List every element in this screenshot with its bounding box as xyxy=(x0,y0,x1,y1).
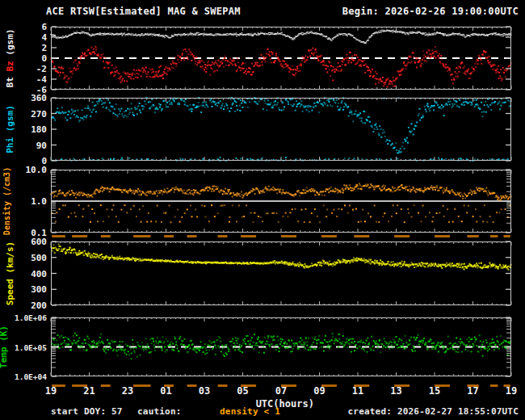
panel-phi: 360270180900Phi (gsm) xyxy=(5,93,511,166)
caution-marker xyxy=(281,235,296,237)
caution-marker xyxy=(72,235,87,237)
caution-marker xyxy=(101,384,111,387)
panel-density: 10.01.00.1Density (/cm3) xyxy=(2,165,512,238)
caution-markers-strip-2 xyxy=(52,384,510,387)
x-tick-label: 11 xyxy=(352,385,363,397)
x-tick-label: 05 xyxy=(237,385,248,397)
caution-marker xyxy=(490,384,498,387)
y-tick-label: 1.0E+06 xyxy=(15,313,47,322)
series-bz xyxy=(50,46,512,88)
caution-marker xyxy=(281,384,296,387)
y-tick-label: -2 xyxy=(36,64,47,74)
y-tick-label: -4 xyxy=(36,74,48,85)
caution-markers-strip-1 xyxy=(52,235,510,237)
caution-label: caution: xyxy=(137,406,182,417)
x-tick-label: 17 xyxy=(467,385,478,397)
caution-marker xyxy=(435,235,450,237)
caution-marker xyxy=(435,384,450,387)
x-tick-label: 19 xyxy=(506,385,517,397)
caution-marker xyxy=(241,235,256,237)
x-tick-label: 03 xyxy=(199,385,210,397)
caution-marker xyxy=(218,235,228,237)
caution-marker xyxy=(187,235,197,237)
x-tick-label: 19 xyxy=(45,385,57,397)
y-tick-label: 1.0 xyxy=(31,196,47,207)
ylabel-speed: Speed (km/s) xyxy=(5,242,15,305)
ylabel-density: Density (/cm3) xyxy=(2,167,11,235)
ylabel-temp: Temp (K) xyxy=(0,326,9,368)
caution-marker xyxy=(218,384,228,387)
y-tick-label: 200 xyxy=(31,300,47,311)
caution-marker xyxy=(164,384,174,387)
series-density xyxy=(50,183,512,201)
caution-marker xyxy=(490,235,498,237)
series-density-below-1 xyxy=(52,204,511,223)
y-tick-label: 300 xyxy=(31,284,47,295)
series-temp xyxy=(51,333,512,360)
ylabel-phi: Phi (gsm) xyxy=(5,105,15,153)
y-tick-label: 600 xyxy=(31,237,47,247)
caution-marker xyxy=(52,235,65,237)
caution-marker xyxy=(467,384,478,387)
caution-marker xyxy=(72,384,87,387)
caution-marker xyxy=(321,235,337,237)
x-tick-label: 13 xyxy=(390,385,401,397)
y-tick-label: 90 xyxy=(36,141,47,151)
ylabel-bt-bz: Bt Bz (gsm) xyxy=(5,29,15,88)
ace-rtsw-plot-window: ACE RTSW[Estimated] MAG & SWEPAM Begin: … xyxy=(0,0,525,420)
y-tick-label: 1.0E+04 xyxy=(15,372,47,381)
y-tick-label: 2 xyxy=(41,43,47,53)
caution-marker xyxy=(101,235,111,237)
panel-frame xyxy=(52,242,511,305)
series-bt xyxy=(50,29,512,44)
y-tick-label: 4 xyxy=(41,32,47,43)
y-tick-label: 400 xyxy=(31,269,47,279)
series-speed xyxy=(50,244,511,271)
x-tick-label: 15 xyxy=(429,385,440,397)
y-tick-label: 180 xyxy=(31,124,47,135)
caution-marker xyxy=(133,384,150,387)
y-tick-label: 10.0 xyxy=(26,165,48,175)
y-tick-label: 1.0E+05 xyxy=(15,343,47,352)
x-tick-label: 21 xyxy=(83,385,94,397)
caution-marker xyxy=(394,235,410,237)
x-tick-label: 01 xyxy=(160,385,171,397)
caution-marker xyxy=(504,384,510,387)
caution-marker xyxy=(354,235,369,237)
panel-bt-bz: 6420-2-4-6Bt Bz (gsm) xyxy=(5,22,512,95)
caution-marker xyxy=(504,235,510,237)
x-tick-label: 23 xyxy=(122,385,133,397)
caution-marker xyxy=(52,384,65,387)
panel-speed: 600500400300200Speed (km/s) xyxy=(5,237,512,311)
start-doy-label: start DOY: 57 xyxy=(51,406,123,417)
caution-marker xyxy=(354,384,369,387)
y-tick-label: 270 xyxy=(31,109,47,120)
caution-marker xyxy=(241,384,256,387)
caution-marker xyxy=(394,384,410,387)
caution-marker xyxy=(321,384,337,387)
caution-marker xyxy=(187,384,197,387)
x-tick-label: 07 xyxy=(275,385,287,397)
caution-marker xyxy=(164,235,174,237)
y-tick-label: 0 xyxy=(41,53,47,64)
series-phi xyxy=(51,97,511,162)
caution-marker xyxy=(133,235,150,237)
x-tick-label: 09 xyxy=(313,385,325,397)
panel-temp: 1.0E+061.0E+051.0E+04Temp (K) xyxy=(0,313,511,381)
y-tick-label: 360 xyxy=(31,93,47,103)
caution-value-label: density < 1 xyxy=(220,406,280,417)
y-tick-label: 6 xyxy=(41,22,47,32)
created-timestamp: created: 2026-02-27 18:55:07UTC xyxy=(348,406,519,417)
y-tick-label: 500 xyxy=(31,253,47,263)
caution-marker xyxy=(467,235,478,237)
chart-canvas: 6420-2-4-6Bt Bz (gsm)360270180900Phi (gs… xyxy=(0,0,525,420)
